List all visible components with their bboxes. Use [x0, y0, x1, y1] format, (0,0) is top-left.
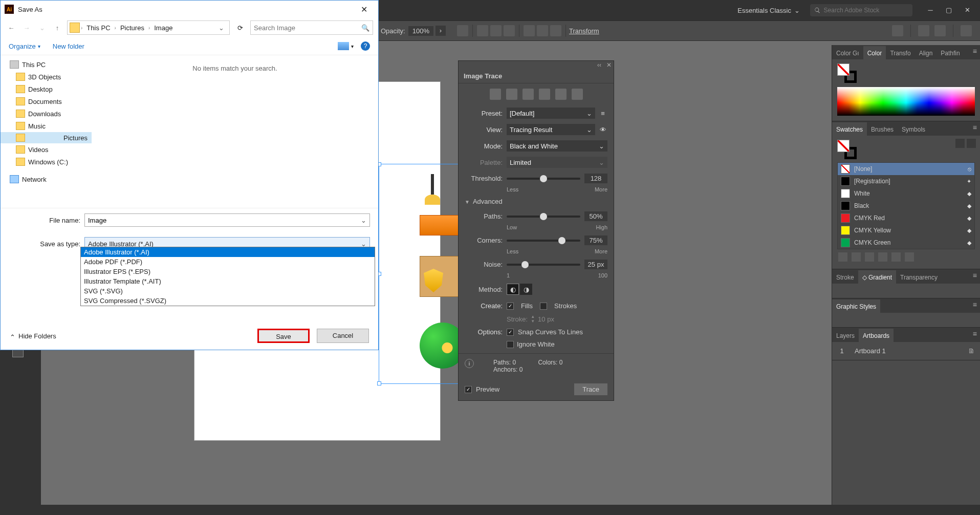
file-list[interactable]: No items match your search.: [92, 55, 378, 208]
folder-tree[interactable]: This PC 3D ObjectsDesktopDocumentsDownlo…: [1, 55, 92, 208]
corners-slider[interactable]: [507, 240, 580, 242]
align-bottom-icon[interactable]: [550, 25, 561, 36]
type-option[interactable]: Illustrator EPS (*.EPS): [81, 267, 375, 276]
screen-mode-icon[interactable]: [12, 348, 33, 363]
panel-menu-icon[interactable]: ≡: [973, 271, 977, 280]
preset-outline-icon[interactable]: [572, 89, 583, 100]
filename-field[interactable]: ⌄: [84, 213, 370, 227]
maximize-button[interactable]: ▢: [944, 6, 953, 15]
hide-folders-toggle[interactable]: Hide Folders: [10, 332, 56, 340]
swatch-listview-icon[interactable]: [955, 139, 965, 148]
noise-value[interactable]: 25 px: [584, 260, 607, 269]
preview-checkbox[interactable]: [465, 386, 472, 393]
filename-dropdown[interactable]: ⌄: [361, 217, 366, 224]
minimize-button[interactable]: ─: [926, 6, 935, 15]
swatch-row[interactable]: CMYK Yellow◆: [838, 224, 974, 237]
tab-transparency[interactable]: Transparency: [896, 270, 942, 284]
type-option[interactable]: SVG Compressed (*.SVGZ): [81, 296, 375, 306]
breadcrumb-part[interactable]: Pictures: [117, 23, 147, 33]
method-overlap[interactable]: ◑: [520, 284, 532, 295]
noise-slider[interactable]: [507, 264, 580, 266]
align-left-icon[interactable]: [477, 25, 488, 36]
tab-swatches[interactable]: Swatches: [832, 122, 867, 136]
tab-brushes[interactable]: Brushes: [867, 122, 898, 136]
panel-close-icon[interactable]: ✕: [606, 61, 612, 69]
panel-menu-icon[interactable]: ≡: [973, 330, 977, 338]
panel-menu-icon[interactable]: ≡: [973, 301, 977, 309]
swatch-list[interactable]: [None]⦸[Registration]✦White◆Black◆CMYK R…: [837, 162, 975, 249]
search-icon[interactable]: 🔍: [361, 24, 369, 32]
tab--gradient[interactable]: ◇ Gradient: [858, 270, 896, 284]
snap-icon[interactable]: [892, 25, 903, 36]
tree-this-pc[interactable]: This PC: [1, 58, 92, 71]
swatch-row[interactable]: White◆: [838, 187, 974, 200]
type-option[interactable]: Adobe Illustrator (*.AI): [81, 247, 375, 257]
tab-layers[interactable]: Layers: [832, 329, 859, 342]
view-select[interactable]: Tracing Result⌄: [507, 124, 595, 135]
preset-select[interactable]: [Default]⌄: [507, 108, 595, 119]
type-option[interactable]: Illustrator Template (*.AIT): [81, 276, 375, 286]
tree-item-music[interactable]: Music: [1, 120, 92, 132]
dialog-search-input[interactable]: [254, 24, 361, 32]
dialog-search[interactable]: 🔍: [250, 20, 373, 35]
tab-color[interactable]: Color: [863, 46, 886, 59]
new-folder-button[interactable]: New folder: [53, 42, 84, 50]
close-app-button[interactable]: ✕: [963, 6, 972, 15]
breadcrumb-dropdown[interactable]: ⌄: [215, 24, 227, 32]
opacity-step[interactable]: ›: [435, 26, 446, 36]
view-menu[interactable]: ▾: [338, 42, 354, 50]
filename-input[interactable]: [88, 217, 361, 224]
preset-photo-icon[interactable]: [506, 89, 517, 100]
preset-bw-icon[interactable]: [555, 89, 567, 100]
panel-menu-icon[interactable]: ≡: [973, 47, 977, 55]
align-right-icon[interactable]: [504, 25, 515, 36]
fills-checkbox[interactable]: [507, 303, 514, 310]
align-icon[interactable]: [457, 25, 468, 36]
threshold-slider[interactable]: [507, 178, 580, 180]
breadcrumb-part[interactable]: Image: [151, 23, 176, 33]
tab-pathfin[interactable]: Pathfin: [937, 46, 964, 59]
preset-menu-icon[interactable]: ≡: [598, 110, 607, 117]
tab-graphic-styles[interactable]: Graphic Styles: [832, 299, 880, 313]
nav-up[interactable]: ↑: [52, 24, 63, 32]
swatch-new-icon[interactable]: [891, 252, 901, 262]
swatch-row[interactable]: CMYK Green◆: [838, 237, 974, 249]
tab-align[interactable]: Align: [915, 46, 937, 59]
tree-network[interactable]: Network: [1, 173, 92, 185]
artboard-row[interactable]: 1 Artboard 1 🗎: [837, 345, 975, 357]
swatch-gridview-icon[interactable]: [967, 139, 976, 148]
preset-low-icon[interactable]: [522, 89, 534, 100]
swatch-lib-icon[interactable]: [838, 252, 847, 262]
help-icon[interactable]: ?: [361, 41, 370, 51]
snap-checkbox[interactable]: [507, 329, 514, 336]
type-dropdown-list[interactable]: Adobe Illustrator (*.AI)Adobe PDF (*.PDF…: [80, 247, 375, 306]
tree-item-pictures[interactable]: Pictures: [1, 132, 92, 143]
selection-handle[interactable]: [377, 381, 381, 385]
fill-swatch[interactable]: [837, 63, 850, 76]
fill-swatch-small[interactable]: [837, 140, 850, 152]
swatch-row[interactable]: [Registration]✦: [838, 175, 974, 187]
trace-button[interactable]: Trace: [574, 383, 607, 395]
nav-recent[interactable]: ⌄: [36, 24, 48, 32]
tree-item-desktop[interactable]: Desktop: [1, 83, 92, 95]
swatch-options-icon[interactable]: [865, 252, 874, 262]
refresh-icon[interactable]: ⟳: [234, 24, 246, 32]
tab-transfo[interactable]: Transfo: [886, 46, 914, 59]
artboard-options-icon[interactable]: 🗎: [968, 347, 975, 355]
tab-artboards[interactable]: Artboards: [859, 329, 894, 342]
threshold-value[interactable]: 128: [584, 174, 607, 183]
swatch-row[interactable]: CMYK Red◆: [838, 212, 974, 224]
tree-item-windows-c-[interactable]: Windows (C:): [1, 156, 92, 168]
opacity-value[interactable]: 100%: [408, 26, 433, 36]
swatch-row[interactable]: Black◆: [838, 200, 974, 212]
arrange-icon[interactable]: [918, 25, 929, 36]
corners-value[interactable]: 75%: [584, 235, 607, 245]
breadcrumb[interactable]: › This PC › Pictures › Image ⌄: [67, 20, 230, 35]
advanced-toggle[interactable]: Advanced: [459, 195, 614, 208]
method-abutting[interactable]: ◐: [507, 284, 519, 295]
nav-back[interactable]: ←: [6, 24, 17, 32]
panel-menu-icon[interactable]: [961, 25, 972, 36]
tree-item-downloads[interactable]: Downloads: [1, 108, 92, 120]
dialog-close-button[interactable]: ✕: [354, 5, 374, 14]
tree-item-documents[interactable]: Documents: [1, 95, 92, 108]
